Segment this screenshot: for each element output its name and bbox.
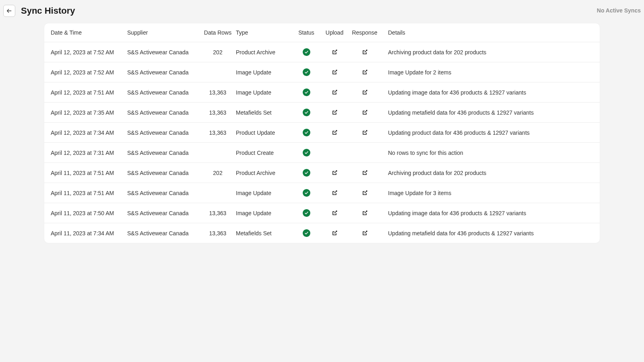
external-link-icon: [331, 49, 338, 56]
table-row: April 11, 2023 at 7:51 AM S&S Activewear…: [44, 163, 600, 183]
upload-link[interactable]: [331, 109, 338, 116]
cell-datarows: 13,363: [200, 109, 236, 116]
table-row: April 11, 2023 at 7:51 AM S&S Activewear…: [44, 183, 600, 203]
checkmark-circle-icon: [303, 189, 310, 197]
upload-link[interactable]: [331, 130, 338, 136]
cell-datarows: 202: [200, 49, 236, 56]
cell-supplier: S&S Activewear Canada: [127, 170, 200, 176]
col-header-supplier: Supplier: [127, 29, 200, 36]
cell-datetime: April 12, 2023 at 7:52 AM: [51, 69, 127, 76]
col-header-type: Type: [236, 29, 292, 36]
cell-response: [349, 69, 381, 76]
response-link[interactable]: [361, 230, 368, 237]
cell-supplier: S&S Activewear Canada: [127, 230, 200, 237]
response-link[interactable]: [361, 49, 368, 56]
external-link-icon: [331, 130, 338, 136]
cell-details: Image Update for 3 items: [381, 190, 593, 196]
back-button[interactable]: [3, 5, 15, 17]
page-title: Sync History: [21, 6, 75, 16]
cell-details: Updating product data for 436 products &…: [381, 130, 593, 136]
response-link[interactable]: [361, 190, 368, 196]
cell-details: Updating metafield data for 436 products…: [381, 230, 593, 237]
col-header-datetime: Date & Time: [51, 29, 127, 36]
upload-link[interactable]: [331, 89, 338, 96]
cell-response: [349, 129, 381, 136]
cell-upload: [320, 169, 349, 176]
external-link-icon: [361, 230, 368, 237]
upload-link[interactable]: [331, 170, 338, 176]
external-link-icon: [331, 210, 338, 216]
external-link-icon: [331, 89, 338, 96]
external-link-icon: [361, 170, 368, 176]
response-link[interactable]: [361, 69, 368, 76]
cell-type: Image Update: [236, 210, 292, 216]
cell-datarows: 13,363: [200, 230, 236, 237]
cell-status: [292, 149, 320, 156]
upload-link[interactable]: [331, 190, 338, 196]
cell-datarows: 13,363: [200, 89, 236, 96]
cell-response: [349, 230, 381, 237]
external-link-icon: [331, 190, 338, 196]
upload-link[interactable]: [331, 49, 338, 56]
cell-status: [292, 189, 320, 197]
cell-status: [292, 169, 320, 177]
cell-status: [292, 229, 320, 237]
cell-type: Metafields Set: [236, 109, 292, 116]
table-row: April 12, 2023 at 7:52 AM S&S Activewear…: [44, 62, 600, 82]
cell-datetime: April 12, 2023 at 7:34 AM: [51, 130, 127, 136]
cell-status: [292, 68, 320, 76]
cell-datetime: April 12, 2023 at 7:31 AM: [51, 150, 127, 156]
response-link[interactable]: [361, 109, 368, 116]
table-row: April 11, 2023 at 7:50 AM S&S Activewear…: [44, 203, 600, 223]
cell-datetime: April 11, 2023 at 7:50 AM: [51, 210, 127, 216]
cell-datarows: 13,363: [200, 130, 236, 136]
upload-link[interactable]: [331, 210, 338, 216]
cell-datetime: April 12, 2023 at 7:35 AM: [51, 109, 127, 116]
table-row: April 12, 2023 at 7:31 AM S&S Activewear…: [44, 143, 600, 163]
cell-status: [292, 48, 320, 56]
cell-status: [292, 109, 320, 116]
response-link[interactable]: [361, 210, 368, 216]
cell-response: [349, 89, 381, 96]
cell-supplier: S&S Activewear Canada: [127, 150, 200, 156]
cell-supplier: S&S Activewear Canada: [127, 130, 200, 136]
cell-status: [292, 209, 320, 217]
sync-history-table: Date & Time Supplier Data Rows Type Stat…: [44, 23, 600, 243]
cell-datarows: 202: [200, 170, 236, 176]
cell-type: Product Update: [236, 130, 292, 136]
cell-supplier: S&S Activewear Canada: [127, 49, 200, 56]
cell-status: [292, 88, 320, 96]
cell-datarows: 13,363: [200, 210, 236, 216]
checkmark-circle-icon: [303, 88, 310, 96]
cell-type: Metafields Set: [236, 230, 292, 237]
table-row: April 12, 2023 at 7:51 AM S&S Activewear…: [44, 82, 600, 103]
checkmark-circle-icon: [303, 109, 310, 116]
cell-datetime: April 11, 2023 at 7:34 AM: [51, 230, 127, 237]
cell-response: [349, 189, 381, 196]
cell-type: Product Create: [236, 150, 292, 156]
table-header-row: Date & Time Supplier Data Rows Type Stat…: [44, 23, 600, 42]
checkmark-circle-icon: [303, 209, 310, 217]
external-link-icon: [361, 109, 368, 116]
cell-supplier: S&S Activewear Canada: [127, 210, 200, 216]
page-header: Sync History No Active Syncs: [0, 0, 644, 21]
external-link-icon: [361, 130, 368, 136]
cell-response: [349, 169, 381, 176]
response-link[interactable]: [361, 170, 368, 176]
external-link-icon: [331, 109, 338, 116]
col-header-upload: Upload: [320, 29, 349, 36]
cell-type: Product Archive: [236, 49, 292, 56]
response-link[interactable]: [361, 130, 368, 136]
cell-datetime: April 12, 2023 at 7:52 AM: [51, 49, 127, 56]
col-header-details: Details: [381, 29, 593, 36]
cell-type: Image Update: [236, 190, 292, 196]
cell-details: Image Update for 2 items: [381, 69, 593, 76]
arrow-left-icon: [6, 8, 12, 14]
cell-type: Image Update: [236, 89, 292, 96]
upload-link[interactable]: [331, 69, 338, 76]
table-row: April 11, 2023 at 7:34 AM S&S Activewear…: [44, 223, 600, 243]
upload-link[interactable]: [331, 230, 338, 237]
cell-upload: [320, 210, 349, 216]
cell-supplier: S&S Activewear Canada: [127, 109, 200, 116]
response-link[interactable]: [361, 89, 368, 96]
